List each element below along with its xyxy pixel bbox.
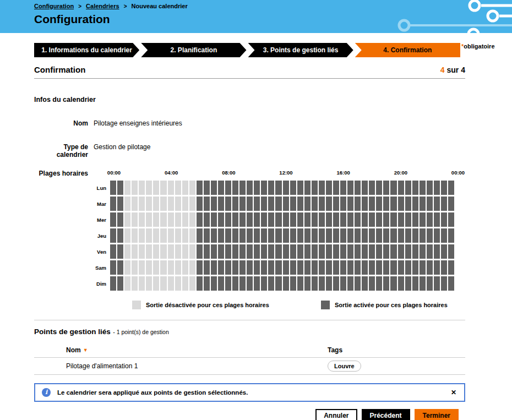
schedule-row: Sam xyxy=(94,260,465,275)
schedule-cell xyxy=(225,276,231,291)
schedule-cell xyxy=(405,276,411,291)
schedule-cell xyxy=(275,276,281,291)
schedule-cell xyxy=(283,228,289,243)
schedule-cell xyxy=(218,197,224,211)
schedule-cell xyxy=(239,228,246,243)
day-label: Mar xyxy=(94,201,110,207)
points-section-title: Points de gestion liés - 1 point(s) de g… xyxy=(34,326,465,336)
section-heading: Confirmation 4 sur 4 xyxy=(34,65,465,79)
schedule-cell xyxy=(211,197,217,211)
schedule-cell xyxy=(261,197,267,211)
schedule-cell xyxy=(347,212,353,227)
wizard-step-2[interactable]: 2. Planification xyxy=(141,43,246,57)
schedule-cell xyxy=(132,197,138,211)
day-label: Ven xyxy=(94,249,110,255)
table-row: Pilotage d'alimentation 1 Louvre xyxy=(34,357,465,374)
schedule-cell xyxy=(211,181,217,195)
schedule-cell xyxy=(420,197,426,211)
cancel-button[interactable]: Annuler xyxy=(315,409,357,420)
schedule-cell xyxy=(197,228,203,243)
points-table-header-row: Nom▼ Tags xyxy=(34,343,465,357)
schedule-cell xyxy=(182,260,188,275)
schedule-cell xyxy=(290,260,296,275)
schedule-cell xyxy=(441,260,447,275)
required-note: *obligatoire xyxy=(461,43,495,50)
schedule-cell xyxy=(124,212,130,227)
schedule-cell xyxy=(412,212,418,227)
schedule-cell xyxy=(304,228,311,243)
wizard-step-3[interactable]: 3. Points de gestion liés xyxy=(248,43,353,57)
schedule-cell xyxy=(239,260,246,275)
breadcrumb-link-configuration[interactable]: Configuration xyxy=(34,3,74,9)
schedule-cell xyxy=(204,181,210,195)
schedule-cell xyxy=(275,244,281,259)
schedule-cell xyxy=(347,260,353,275)
schedule-cell xyxy=(175,228,181,243)
schedule-cell xyxy=(383,276,389,291)
close-icon[interactable]: ✕ xyxy=(450,389,457,396)
schedule-cell xyxy=(398,260,404,275)
wizard-step-4-active[interactable]: 4. Confirmation xyxy=(355,43,460,57)
schedule-cells xyxy=(110,276,454,291)
schedule-cell xyxy=(160,197,166,211)
schedule-cell xyxy=(232,244,238,259)
schedule-time-axis: 00:0004:0008:0012:0016:0020:0000:00 xyxy=(114,170,458,176)
finish-button[interactable]: Terminer xyxy=(415,409,459,420)
tag-pill-louvre: Louvre xyxy=(328,361,361,372)
schedule-cell xyxy=(275,212,281,227)
schedule-cell xyxy=(254,260,260,275)
schedule-row: Dim xyxy=(94,276,465,291)
wizard-step-1[interactable]: 1. Informations du calendrier xyxy=(34,43,139,57)
breadcrumb-link-calendriers[interactable]: Calendriers xyxy=(86,3,119,9)
schedule-cell xyxy=(326,197,332,211)
schedule-cell xyxy=(254,228,260,243)
previous-button[interactable]: Précédent xyxy=(362,409,410,420)
schedule-cell xyxy=(146,228,152,243)
schedule-cell xyxy=(412,197,418,211)
schedule-cell xyxy=(362,181,368,195)
schedule-cell xyxy=(420,212,426,227)
schedule-cell xyxy=(441,244,447,259)
field-nom-value: Pilotage enseignes intérieures xyxy=(94,119,182,127)
schedule-cell xyxy=(160,228,166,243)
schedule-cell xyxy=(398,276,404,291)
schedule-cell xyxy=(139,228,145,243)
column-header-tags: Tags xyxy=(328,343,465,357)
schedule-cell xyxy=(175,197,181,211)
day-label: Lun xyxy=(94,185,110,191)
schedule-cell xyxy=(383,244,389,259)
schedule-cell xyxy=(268,244,274,259)
schedule-cell xyxy=(312,212,318,227)
schedule-cells xyxy=(110,197,454,211)
column-header-nom[interactable]: Nom▼ xyxy=(34,343,328,357)
schedule-cell xyxy=(333,181,339,195)
schedule-cell xyxy=(297,197,303,211)
schedule-cell xyxy=(420,244,426,259)
schedule-cell xyxy=(261,260,267,275)
schedule-cell xyxy=(268,181,274,195)
schedule-row: Mer xyxy=(94,212,465,227)
schedule-cell xyxy=(168,260,174,275)
schedule-cell xyxy=(239,276,246,291)
schedule-cell xyxy=(369,212,375,227)
sort-desc-icon: ▼ xyxy=(83,347,88,353)
schedule-cell xyxy=(124,260,130,275)
schedule-cell xyxy=(204,228,210,243)
schedule-cell xyxy=(283,260,289,275)
schedule-cell xyxy=(225,212,231,227)
schedule-cell xyxy=(434,228,440,243)
schedule-cell xyxy=(204,276,210,291)
time-axis-label: 16:00 xyxy=(337,170,350,176)
schedule-cell xyxy=(117,260,123,275)
schedule-row: Jeu xyxy=(94,228,465,243)
legend-swatch-on-icon xyxy=(321,301,330,309)
schedule-cell xyxy=(153,197,159,211)
schedule-cell xyxy=(153,276,159,291)
schedule-section: Plages horaires 00:0004:0008:0012:0016:0… xyxy=(34,170,465,292)
schedule-cell xyxy=(448,244,454,259)
schedule-cell xyxy=(405,181,411,195)
schedule-cell xyxy=(124,181,130,195)
schedule-cell xyxy=(153,181,159,195)
schedule-cell xyxy=(275,181,281,195)
schedule-cell xyxy=(146,197,152,211)
